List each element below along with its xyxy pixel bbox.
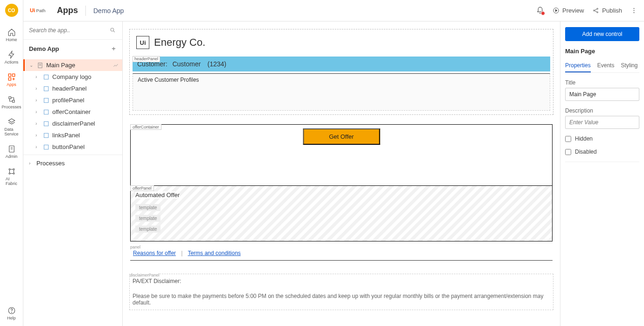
description-input[interactable] — [565, 116, 639, 129]
rail-admin[interactable]: Admin — [0, 142, 23, 162]
props-divider — [565, 162, 639, 162]
page-icon — [37, 62, 43, 69]
tree-item-label: buttonPanel — [52, 143, 84, 150]
title-input[interactable] — [565, 88, 639, 101]
caret-right-icon[interactable]: › — [35, 109, 40, 114]
tree-processes-label: Processes — [36, 160, 65, 167]
container-icon — [43, 74, 49, 80]
disclaimer-tag: disclaimerPanel — [130, 273, 160, 277]
svg-point-21 — [111, 28, 114, 31]
offer-panel[interactable]: offerPanel Automated Offer template temp… — [131, 185, 552, 241]
svg-point-8 — [9, 173, 10, 174]
svg-rect-28 — [44, 133, 48, 137]
rail-home[interactable]: Home — [0, 25, 23, 45]
container-icon — [43, 144, 49, 150]
links-panel[interactable]: panel Reasons for offer | Terms and cond… — [130, 246, 553, 261]
tree-main-page[interactable]: ⌄ Main Page — [23, 59, 122, 71]
tree-header: Demo App ＋ — [23, 39, 122, 57]
caret-right-icon[interactable]: › — [35, 133, 40, 138]
tab-events[interactable]: Events — [597, 59, 615, 72]
caret-down-icon[interactable]: ⌄ — [29, 63, 34, 68]
caret-right-icon[interactable]: › — [35, 98, 40, 103]
rail-dataservice[interactable]: Data Service — [0, 115, 23, 139]
caret-right-icon[interactable]: › — [35, 144, 40, 149]
hidden-checkbox-input[interactable] — [565, 136, 571, 142]
tree-processes[interactable]: › Processes — [23, 155, 122, 171]
processes-icon — [7, 95, 16, 104]
rail-admin-label: Admin — [6, 154, 18, 159]
tree-item-label: headerPanel — [52, 85, 87, 92]
publish-label: Publish — [602, 7, 622, 14]
disclaimer-title: PA/EXT Disclaimer: — [133, 278, 550, 284]
offer-top-area[interactable]: offerContainer Get Offer — [131, 125, 552, 185]
app-name: Demo App — [93, 7, 124, 14]
add-control-button[interactable]: Add new control — [565, 27, 639, 41]
disabled-label: Disabled — [575, 149, 597, 155]
search-input[interactable] — [29, 25, 117, 35]
rail-processes[interactable]: Processes — [0, 92, 23, 112]
container-icon — [43, 120, 49, 127]
svg-point-19 — [634, 10, 635, 11]
brand: UiPath Apps Demo App — [30, 6, 124, 16]
search-icon[interactable] — [110, 27, 116, 33]
hidden-checkbox[interactable]: Hidden — [565, 135, 639, 142]
tab-properties[interactable]: Properties — [565, 59, 591, 72]
rail-home-label: Home — [6, 37, 17, 42]
rail-actions[interactable]: Actions — [0, 48, 23, 67]
header-panel[interactable]: headerPanel Customer: Customer (1234) — [133, 57, 550, 71]
template-placeholder[interactable]: template — [135, 215, 161, 222]
help-icon — [7, 306, 16, 315]
rail-aifabric[interactable]: AI Fabric — [0, 164, 23, 189]
add-page-button[interactable]: ＋ — [111, 44, 117, 53]
aifabric-icon — [7, 167, 16, 176]
hidden-label: Hidden — [575, 135, 593, 142]
customer-id: (1234) — [208, 60, 226, 68]
tree-panel: Demo App ＋ ⌄ Main Page ›Company logo ›he… — [23, 21, 123, 326]
disabled-checkbox-input[interactable] — [565, 149, 571, 155]
rail-apps[interactable]: Apps — [0, 70, 23, 90]
notifications-icon[interactable] — [536, 7, 544, 14]
brand-separator — [85, 6, 86, 16]
tree-headerpanel[interactable]: ›headerPanel — [23, 83, 122, 94]
disabled-checkbox[interactable]: Disabled — [565, 149, 639, 155]
tree-profilepanel[interactable]: ›profilePanel — [23, 94, 122, 106]
tree-item-label: profilePanel — [52, 97, 84, 104]
caret-right-icon[interactable]: › — [35, 74, 40, 79]
preview-button[interactable]: Preview — [553, 7, 584, 14]
rail-help[interactable]: Help — [0, 304, 23, 323]
avatar[interactable]: CO — [5, 4, 18, 17]
publish-button[interactable]: Publish — [592, 7, 622, 14]
tree-buttonpanel[interactable]: ›buttonPanel — [23, 141, 122, 153]
caret-right-icon[interactable]: › — [35, 121, 40, 126]
caret-right-icon[interactable]: › — [29, 161, 34, 166]
share-icon — [592, 7, 599, 14]
svg-rect-29 — [44, 145, 48, 149]
profile-panel[interactable]: Active Customer Profiles — [133, 73, 550, 111]
caret-right-icon[interactable]: › — [35, 86, 40, 91]
tree-company-logo[interactable]: ›Company logo — [23, 71, 122, 83]
more-button[interactable] — [630, 7, 637, 14]
page-outline[interactable]: Ui Energy Co. headerPanel Customer: Cust… — [129, 29, 553, 115]
tree-offercontainer[interactable]: ›offerContainer — [23, 106, 122, 118]
disclaimer-body: Please be sure to make the payments befo… — [133, 293, 550, 306]
canvas[interactable]: Ui Energy Co. headerPanel Customer: Cust… — [123, 21, 560, 326]
template-placeholder[interactable]: template — [135, 226, 161, 233]
company-logo-row[interactable]: Ui Energy Co. — [133, 33, 550, 52]
title-label: Title — [565, 79, 639, 86]
tab-styling[interactable]: Styling — [621, 59, 637, 72]
terms-link[interactable]: Terms and conditions — [188, 250, 240, 256]
disclaimer-panel[interactable]: disclaimerPanel PA/EXT Disclaimer: Pleas… — [129, 274, 553, 310]
svg-point-20 — [634, 12, 635, 13]
tree-disclaimerpanel[interactable]: ›disclaimerPanel — [23, 118, 122, 129]
svg-rect-2 — [8, 78, 11, 80]
tree-linkspanel[interactable]: ›linksPanel — [23, 129, 122, 141]
template-placeholder[interactable]: template — [135, 204, 161, 211]
preview-label: Preview — [562, 7, 584, 14]
container-icon — [43, 132, 49, 139]
get-offer-button[interactable]: Get Offer — [303, 128, 380, 145]
play-icon — [553, 7, 560, 14]
offer-container[interactable]: offerContainer Get Offer offerPanel Auto… — [130, 124, 553, 241]
reasons-link[interactable]: Reasons for offer — [133, 250, 176, 256]
offerpanel-tag: offerPanel — [130, 185, 154, 191]
svg-rect-0 — [8, 74, 11, 76]
